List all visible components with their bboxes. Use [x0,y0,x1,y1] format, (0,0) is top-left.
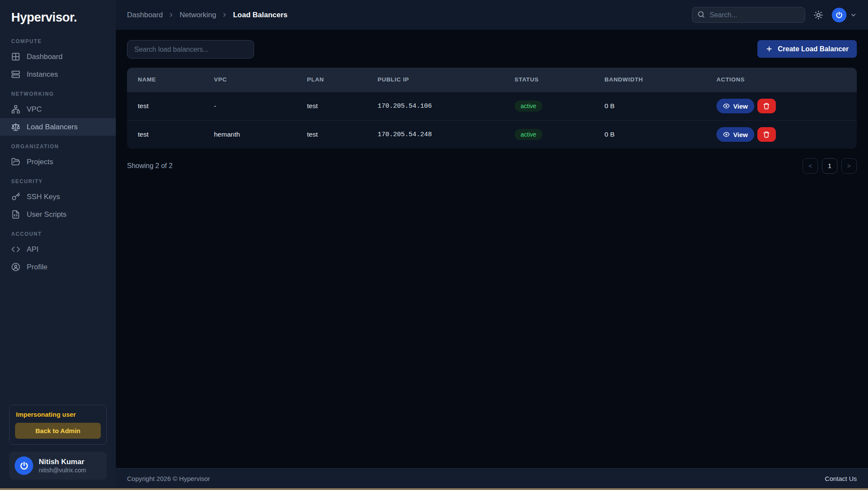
chevron-down-icon [850,12,857,19]
sidebar-bottom: Impersonating user Back to Admin Nitish … [0,405,116,488]
sidebar-item-load-balancers[interactable]: Load Balancers [0,118,116,136]
sidebar-item-label: Dashboard [27,53,62,61]
eye-icon [723,103,730,109]
cell-actions: View [706,92,857,120]
load-balancers-table: Name VPC Plan Public IP Status Bandwidth… [127,68,857,149]
user-avatar [15,456,33,475]
pagination-prev-button[interactable]: < [803,158,818,174]
column-header-actions: Actions [706,68,857,92]
view-button[interactable]: View [716,127,754,142]
cell-plan: test [296,120,367,149]
scale-icon [11,122,20,131]
load-balancer-search-input[interactable] [127,40,254,59]
pagination: < 1 > [803,158,857,174]
table-row: test hemanth test 170.205.54.248 active … [127,120,857,149]
sidebar-item-api[interactable]: API [0,240,116,258]
cell-name: test [127,92,203,120]
theme-toggle-button[interactable] [814,10,823,20]
trash-icon [763,103,770,109]
sidebar-item-label: Load Balancers [27,123,78,131]
sidebar-item-ssh-keys[interactable]: SSH Keys [0,188,116,206]
breadcrumb-dashboard[interactable]: Dashboard [127,11,163,19]
sidebar-item-instances[interactable]: Instances [0,66,116,83]
chevron-right-icon [221,12,228,18]
cell-vpc: - [203,92,296,120]
cell-vpc: hemanth [203,120,296,149]
user-email: nitish@vulrix.com [39,466,86,474]
plus-icon [766,45,773,53]
cell-status: active [504,92,594,120]
trash-icon [763,131,770,138]
chevron-right-icon [168,12,174,18]
global-search [692,7,805,23]
topbar: Dashboard Networking Load Balancers [116,0,868,30]
column-header-name: Name [127,68,203,92]
sidebar-item-user-scripts[interactable]: User Scripts [0,206,116,223]
sidebar-item-vpc[interactable]: VPC [0,100,116,118]
sidebar-item-label: API [27,245,38,254]
code-icon [11,245,20,254]
dashboard-grid-icon [11,52,20,61]
column-header-public-ip: Public IP [367,68,504,92]
sidebar-item-profile[interactable]: Profile [0,258,116,276]
power-icon [835,11,843,19]
delete-button[interactable] [757,127,776,142]
topbar-avatar [832,8,846,22]
footer: Copyright 2026 © Hypervisor Contact Us [116,468,868,488]
impersonation-panel: Impersonating user Back to Admin [9,405,107,445]
pagination-page-button[interactable]: 1 [822,158,837,174]
nav-section-security: Security [0,171,116,188]
sun-icon [814,10,823,20]
column-header-status: Status [504,68,594,92]
global-search-input[interactable] [692,7,805,23]
breadcrumb: Dashboard Networking Load Balancers [127,11,288,19]
table-row: test - test 170.205.54.106 active 0 B Vi… [127,92,857,120]
sidebar-nav: Compute Dashboard Instances Networking V… [0,31,116,276]
sidebar-item-dashboard[interactable]: Dashboard [0,48,116,66]
column-header-bandwidth: Bandwidth [594,68,706,92]
cell-bandwidth: 0 B [594,120,706,149]
view-button-label: View [733,103,748,110]
app-window: Hypervisor. Compute Dashboard Instances … [0,0,868,490]
user-info: Nitish Kumar nitish@vulrix.com [39,457,86,474]
impersonation-label: Impersonating user [15,411,101,418]
account-menu[interactable] [832,8,857,22]
nav-section-account: Account [0,223,116,240]
user-circle-icon [11,262,20,272]
sidebar-user-card[interactable]: Nitish Kumar nitish@vulrix.com [9,452,107,480]
network-icon [11,105,20,114]
cell-public-ip: 170.205.54.106 [367,92,504,120]
sidebar-item-label: Instances [27,70,58,79]
copyright-text: Copyright 2026 © Hypervisor [127,475,210,482]
contact-us-link[interactable]: Contact Us [825,475,857,482]
sidebar-item-projects[interactable]: Projects [0,153,116,171]
folder-open-icon [11,157,20,166]
column-header-vpc: VPC [203,68,296,92]
table-header-row: Name VPC Plan Public IP Status Bandwidth… [127,68,857,92]
sidebar: Hypervisor. Compute Dashboard Instances … [0,0,116,488]
breadcrumb-networking[interactable]: Networking [180,11,216,19]
cell-actions: View [706,120,857,149]
status-badge: active [515,100,542,112]
nav-section-networking: Networking [0,83,116,100]
back-to-admin-button[interactable]: Back to Admin [15,423,101,439]
main-content: Create Load Balancer Name VPC Plan Publi… [116,30,868,468]
create-load-balancer-button[interactable]: Create Load Balancer [757,40,857,58]
bottom-edge-strip [0,488,868,490]
cell-public-ip: 170.205.54.248 [367,120,504,149]
view-button[interactable]: View [716,99,754,113]
key-icon [11,192,20,201]
cell-bandwidth: 0 B [594,92,706,120]
sidebar-item-label: VPC [27,105,42,114]
user-name: Nitish Kumar [39,457,86,466]
nav-section-compute: Compute [0,31,116,48]
brand-logo: Hypervisor. [0,0,116,31]
eye-icon [723,131,730,138]
sidebar-item-label: Profile [27,263,47,272]
delete-button[interactable] [757,99,776,113]
column-header-plan: Plan [296,68,367,92]
server-icon [11,70,20,79]
sidebar-item-label: Projects [27,158,53,166]
pagination-next-button[interactable]: > [841,158,857,174]
sidebar-item-label: User Scripts [27,210,67,219]
